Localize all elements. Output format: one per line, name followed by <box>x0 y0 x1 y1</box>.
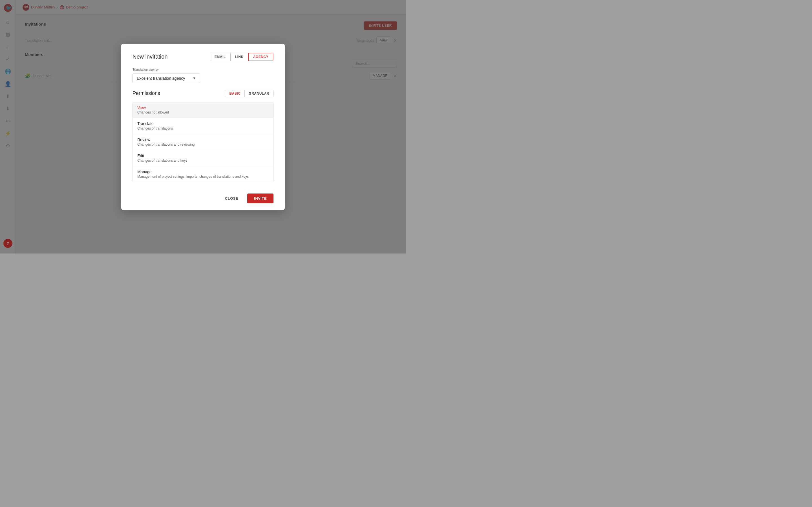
permission-edit[interactable]: Edit Changes of translations and keys <box>133 150 273 166</box>
agency-field-label: Translation agency <box>133 68 273 71</box>
permission-list: View Changes not allowed Translate Chang… <box>133 102 273 182</box>
modal-overlay: New invitation EMAIL LINK AGENCY Transla… <box>0 0 406 253</box>
agency-selected-value: Excelent translation agency <box>137 76 185 80</box>
perm-translate-name: Translate <box>137 121 269 126</box>
perm-review-name: Review <box>137 137 269 142</box>
agency-select[interactable]: Excelent translation agency ▼ <box>133 73 200 83</box>
perm-edit-desc: Changes of translations and keys <box>137 159 269 163</box>
permissions-type-tabs: BASIC GRANULAR <box>225 90 273 97</box>
tab-granular[interactable]: GRANULAR <box>245 90 273 97</box>
perm-view-desc: Changes not allowed <box>137 110 269 114</box>
permission-view[interactable]: View Changes not allowed <box>133 102 273 118</box>
permissions-title: Permissions <box>133 91 160 96</box>
perm-review-desc: Changes of translations and reviewing <box>137 143 269 147</box>
dropdown-chevron-icon: ▼ <box>193 76 196 80</box>
tab-link[interactable]: LINK <box>231 53 248 61</box>
close-button[interactable]: CLOSE <box>220 194 243 203</box>
modal-footer: CLOSE INVITE <box>121 189 285 210</box>
tab-email[interactable]: EMAIL <box>210 53 231 61</box>
permission-translate[interactable]: Translate Changes of translations <box>133 118 273 134</box>
perm-manage-name: Manage <box>137 170 269 174</box>
permissions-header: Permissions BASIC GRANULAR <box>133 90 273 97</box>
invitation-type-tabs: EMAIL LINK AGENCY <box>210 53 273 61</box>
perm-edit-name: Edit <box>137 154 269 158</box>
permission-review[interactable]: Review Changes of translations and revie… <box>133 134 273 150</box>
perm-translate-desc: Changes of translations <box>137 126 269 130</box>
tab-basic[interactable]: BASIC <box>225 90 245 97</box>
permission-manage[interactable]: Manage Management of project settings, i… <box>133 166 273 182</box>
modal-title: New invitation <box>133 54 168 60</box>
modal-body: New invitation EMAIL LINK AGENCY Transla… <box>121 44 285 189</box>
invitation-modal: New invitation EMAIL LINK AGENCY Transla… <box>121 44 285 210</box>
perm-manage-desc: Management of project settings, imports,… <box>137 175 269 179</box>
perm-view-name: View <box>137 105 269 110</box>
tab-agency[interactable]: AGENCY <box>248 53 273 61</box>
agency-field-container: Translation agency Excelent translation … <box>133 68 273 83</box>
invite-submit-button[interactable]: INVITE <box>247 193 273 203</box>
modal-header: New invitation EMAIL LINK AGENCY <box>133 53 273 61</box>
